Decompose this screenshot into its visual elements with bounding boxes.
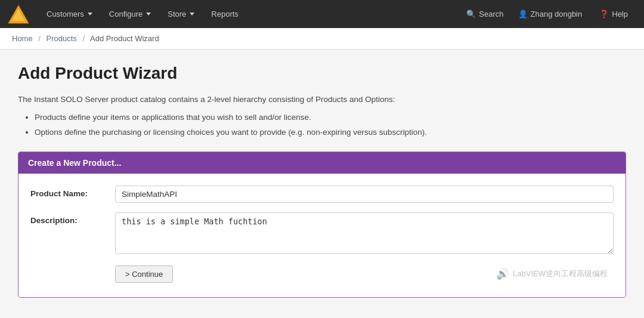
breadcrumb-current: Add Product Wizard: [90, 34, 159, 43]
search-icon: 🔍: [466, 10, 476, 18]
nav-store[interactable]: Store: [160, 6, 202, 22]
product-name-label: Product Name:: [30, 186, 108, 198]
nav-right: 🔍 Search 👤 Zhang dongbin ❓ Help: [460, 6, 637, 22]
nav-configure[interactable]: Configure: [102, 6, 158, 22]
product-name-wrap: [115, 186, 614, 203]
nav-user[interactable]: 👤 Zhang dongbin: [512, 6, 592, 22]
breadcrumb-products[interactable]: Products: [47, 34, 77, 43]
navbar: Customers Configure Store Reports 🔍 Sear…: [0, 0, 644, 28]
product-name-input[interactable]: [115, 186, 614, 203]
bullet-1: Products define your items or applicatio…: [35, 110, 626, 125]
nav-help[interactable]: ❓ Help: [593, 6, 637, 22]
chevron-down-icon: [190, 13, 194, 16]
breadcrumb-home[interactable]: Home: [12, 34, 33, 43]
nav-items: Customers Configure Store Reports: [39, 6, 460, 22]
chevron-down-icon: [88, 13, 92, 16]
breadcrumb: Home / Products / Add Product Wizard: [0, 28, 644, 50]
nav-customers[interactable]: Customers: [39, 6, 100, 22]
intro-text: The Instant SOLO Server product catalog …: [18, 94, 626, 106]
form-card: Create a New Product... Product Name: De…: [18, 152, 626, 298]
description-input[interactable]: this is a simple Math fuchtion: [115, 212, 614, 254]
nav-search[interactable]: 🔍 Search: [460, 6, 509, 22]
breadcrumb-separator: /: [38, 34, 41, 43]
watermark-icon: 🔊: [496, 267, 509, 280]
form-card-header: Create a New Product...: [18, 152, 626, 174]
bullet-2: Options define the purchasing or licensi…: [35, 125, 626, 140]
nav-reports[interactable]: Reports: [204, 6, 246, 22]
form-actions: > Continue 🔊 LabVIEW逆向工程高级编程: [30, 265, 614, 285]
user-icon: 👤: [518, 10, 528, 18]
chevron-down-icon: [146, 13, 151, 16]
help-icon: ❓: [599, 10, 609, 18]
watermark: 🔊 LabVIEW逆向工程高级编程: [496, 267, 614, 280]
form-card-body: Product Name: Description: this is a sim…: [18, 174, 626, 297]
continue-button[interactable]: > Continue: [115, 265, 173, 283]
page-title: Add Product Wizard: [18, 64, 626, 83]
breadcrumb-separator-2: /: [83, 34, 85, 43]
product-name-row: Product Name:: [30, 186, 614, 203]
main-content: Add Product Wizard The Instant SOLO Serv…: [6, 50, 638, 312]
description-row: Description: this is a simple Math fucht…: [30, 212, 614, 256]
description-wrap: this is a simple Math fuchtion: [115, 212, 614, 256]
bullet-list: Products define your items or applicatio…: [35, 110, 626, 140]
description-label: Description:: [30, 212, 108, 225]
brand-logo[interactable]: [7, 4, 30, 24]
